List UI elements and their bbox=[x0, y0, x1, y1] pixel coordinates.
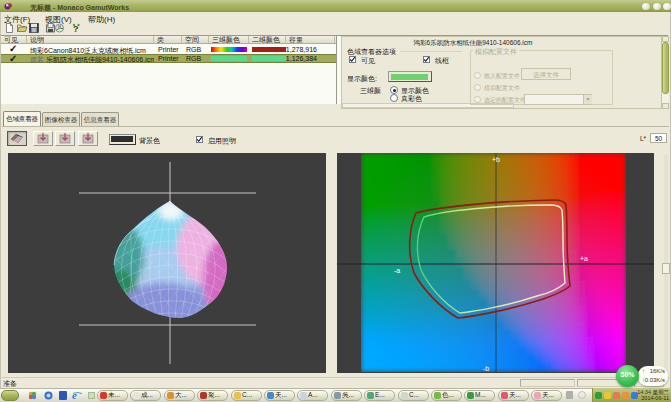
svg-text:-a: -a bbox=[394, 267, 400, 274]
svg-text:-b: -b bbox=[483, 365, 489, 372]
svg-text:+a: +a bbox=[580, 255, 588, 262]
svg-text:e: e bbox=[72, 389, 77, 400]
svg-text:+b: +b bbox=[492, 156, 500, 163]
